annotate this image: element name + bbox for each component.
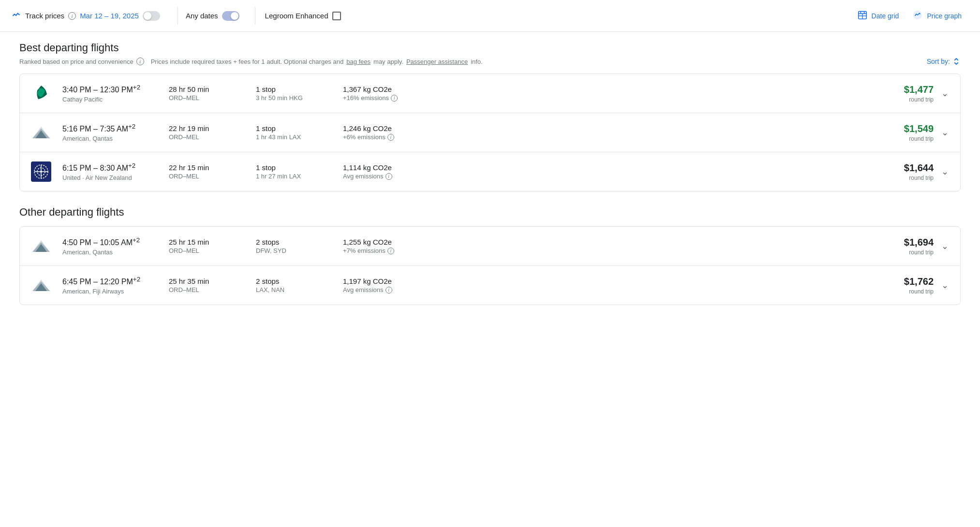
sort-by-label: Sort by: [927,58,950,65]
table-row[interactable]: 4:50 PM – 10:05 AM+2 American, Qantas 25… [20,227,960,266]
duration-route: ORD–MEL [169,247,256,254]
date-grid-label: Date grid [872,12,899,20]
duration-route: ORD–MEL [169,94,256,102]
airline-name: American, Qantas [62,249,169,256]
emissions-col: 1,114 kg CO2e Avg emissions i [343,163,449,180]
emissions-col: 1,197 kg CO2e Avg emissions i [343,277,449,293]
sort-icon [952,57,961,66]
duration-route: ORD–MEL [169,286,256,293]
price-graph-button[interactable]: Price graph [906,6,968,26]
duration-col: 25 hr 35 min ORD–MEL [169,277,256,293]
emissions-col: 1,246 kg CO2e +6% emissions i [343,124,449,141]
track-prices-toggle[interactable] [143,11,160,21]
sort-by-button[interactable]: Sort by: [927,57,961,66]
expand-icon[interactable]: ⌄ [939,278,950,293]
top-bar: Track prices i Mar 12 – 19, 2025 Any dat… [0,0,980,32]
price-amount: $1,477 [904,84,934,95]
airline-name: American, Fiji Airways [62,288,169,295]
track-prices-info-icon[interactable]: i [68,12,76,20]
any-dates-label: Any dates [186,12,218,20]
price-label: round trip [904,135,934,142]
time-airline-col: 4:50 PM – 10:05 AM+2 American, Qantas [62,236,169,255]
subtitle-row: Ranked based on price and convenience i … [19,57,961,66]
flight-time-range: 3:40 PM – 12:30 PM+2 [62,84,169,94]
stops-main: 1 stop [256,124,343,132]
expand-icon[interactable]: ⌄ [939,239,950,253]
emissions-main: 1,197 kg CO2e [343,277,449,285]
price-amount: $1,694 [904,237,934,248]
date-range[interactable]: Mar 12 – 19, 2025 [80,12,139,20]
track-prices-label: Track prices [25,12,64,20]
time-airline-col: 5:16 PM – 7:35 AM+2 American, Qantas [62,123,169,142]
any-dates-toggle[interactable] [222,11,239,21]
emissions-main: 1,246 kg CO2e [343,124,449,132]
price-col: $1,762 round trip ⌄ [904,276,950,295]
passenger-link[interactable]: Passenger assistance [406,58,468,65]
fees-text: Prices include required taxes + fees for… [151,58,344,65]
emissions-detail: Avg emissions i [343,286,449,293]
airline-logo-aq3 [30,274,53,297]
emissions-info-icon[interactable]: i [386,173,392,180]
track-prices-icon [12,10,21,21]
time-airline-col: 3:40 PM – 12:30 PM+2 Cathay Pacific [62,84,169,102]
duration-main: 25 hr 35 min [169,277,256,285]
price-amount: $1,762 [904,276,934,287]
stops-col: 1 stop 1 hr 43 min LAX [256,124,343,141]
date-grid-button[interactable]: Date grid [850,6,906,26]
divider-2 [255,7,255,25]
emissions-info-icon[interactable]: i [387,134,394,141]
flight-time-range: 4:50 PM – 10:05 AM+2 [62,236,169,247]
stops-main: 2 stops [256,277,343,285]
airline-logo-aq [30,121,53,144]
duration-main: 25 hr 15 min [169,238,256,246]
airline-logo-united [30,160,53,183]
flight-time-range: 5:16 PM – 7:35 AM+2 [62,123,169,133]
expand-icon[interactable]: ⌄ [939,86,950,101]
price-col: $1,694 round trip ⌄ [904,237,950,256]
best-section: Best departing flights Ranked based on p… [19,42,961,191]
duration-main: 28 hr 50 min [169,85,256,93]
airline-name: United · Air New Zealand [62,174,169,181]
emissions-col: 1,367 kg CO2e +16% emissions i [343,85,449,102]
duration-main: 22 hr 19 min [169,124,256,132]
emissions-info-icon[interactable]: i [387,248,394,254]
emissions-main: 1,255 kg CO2e [343,238,449,246]
emissions-detail: Avg emissions i [343,173,449,180]
legroom-section: Legroom Enhanced [263,12,341,20]
price-label: round trip [904,96,934,103]
table-row[interactable]: 5:16 PM – 7:35 AM+2 American, Qantas 22 … [20,113,960,152]
table-row[interactable]: 6:45 PM – 12:20 PM+2 American, Fiji Airw… [20,266,960,305]
flight-time-range: 6:45 PM – 12:20 PM+2 [62,276,169,286]
time-airline-col: 6:15 PM – 8:30 AM+2 United · Air New Zea… [62,162,169,181]
time-airline-col: 6:45 PM – 12:20 PM+2 American, Fiji Airw… [62,276,169,294]
stops-detail: LAX, NAN [256,286,343,293]
other-section: Other departing flights 4:50 PM – 10:05 … [19,206,961,305]
price-graph-icon [912,10,923,22]
emissions-info-icon[interactable]: i [391,95,398,102]
bag-fees-link[interactable]: bag fees [346,58,371,65]
table-row[interactable]: 6:15 PM – 8:30 AM+2 United · Air New Zea… [20,152,960,191]
table-row[interactable]: 3:40 PM – 12:30 PM+2 Cathay Pacific 28 h… [20,74,960,113]
best-section-title: Best departing flights [19,42,961,54]
legroom-checkbox[interactable] [332,12,341,20]
airline-logo-aq2 [30,234,53,258]
emissions-detail: +16% emissions i [343,94,449,102]
stops-col: 1 stop 1 hr 27 min LAX [256,163,343,180]
duration-col: 25 hr 15 min ORD–MEL [169,238,256,254]
price-label: round trip [904,249,934,256]
any-dates-section: Any dates [186,11,247,21]
expand-icon[interactable]: ⌄ [939,125,950,140]
stops-col: 2 stops DFW, SYD [256,238,343,254]
duration-route: ORD–MEL [169,173,256,180]
emissions-info-icon[interactable]: i [386,287,392,293]
duration-main: 22 hr 15 min [169,163,256,172]
duration-col: 22 hr 15 min ORD–MEL [169,163,256,180]
info-suffix: info. [471,58,483,65]
emissions-detail: +7% emissions i [343,247,449,254]
emissions-main: 1,114 kg CO2e [343,163,449,172]
ranked-info-icon[interactable]: i [136,58,144,65]
stops-col: 2 stops LAX, NAN [256,277,343,293]
stops-main: 1 stop [256,163,343,172]
expand-icon[interactable]: ⌄ [939,164,950,179]
duration-col: 28 hr 50 min ORD–MEL [169,85,256,102]
